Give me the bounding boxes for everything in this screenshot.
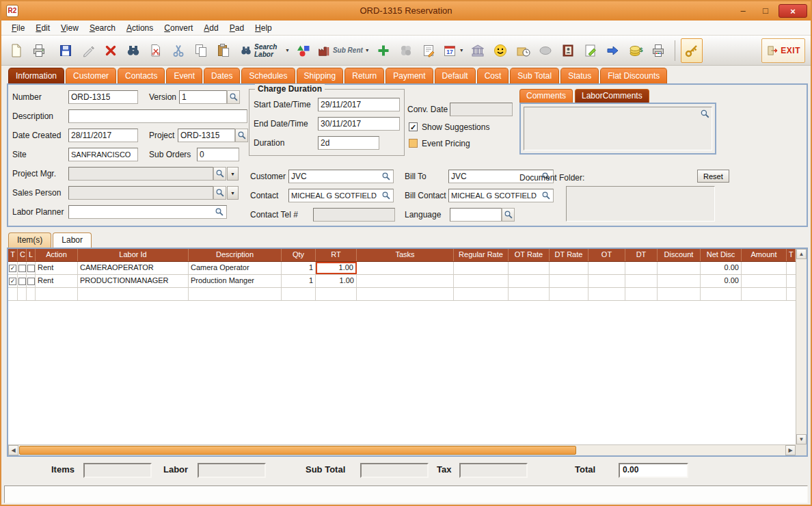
customer-lookup-icon[interactable] (381, 172, 391, 181)
number-field[interactable]: ORD-1315 (68, 90, 138, 104)
row2-l-checkbox[interactable] (27, 278, 35, 285)
labor-planner-lookup-icon[interactable] (215, 207, 224, 217)
vertical-scrollbar[interactable]: ▲ ▼ (796, 249, 807, 444)
menu-search[interactable]: Search (85, 22, 120, 34)
scroll-left-icon[interactable]: ◀ (8, 445, 18, 455)
sub-rent-dropdown-icon[interactable]: ▼ (365, 48, 370, 53)
tab-payment[interactable]: Payment (385, 68, 433, 83)
bill-contact-field[interactable]: MICHEAL G SCOTFIELD (448, 189, 554, 202)
tab-flat-discounts[interactable]: Flat Discounts (600, 68, 667, 83)
sales-person-field[interactable] (68, 186, 213, 200)
col-ot[interactable]: OT (588, 249, 625, 261)
tab-labor-comments[interactable]: LaborComments (575, 89, 649, 103)
menu-actions[interactable]: Actions (122, 22, 158, 34)
col-t2[interactable]: T (787, 249, 796, 261)
delete-button[interactable] (100, 38, 122, 63)
start-date-field[interactable]: 29/11/2017 (318, 98, 400, 111)
project-field[interactable]: ORD-1315 (178, 129, 235, 142)
find-button[interactable] (122, 38, 144, 63)
sub-orders-field[interactable]: 0 (197, 148, 239, 161)
tab-schedules[interactable]: Schedules (241, 68, 295, 83)
delivery-time-button[interactable] (512, 38, 534, 63)
save-button[interactable] (55, 38, 77, 63)
cut-special-button[interactable] (145, 38, 167, 63)
tab-return[interactable]: Return (344, 68, 384, 83)
calendar-dropdown-icon[interactable]: ▼ (459, 48, 464, 53)
tab-shipping[interactable]: Shipping (297, 68, 344, 83)
tab-default[interactable]: Default (435, 68, 476, 83)
conv-date-field[interactable] (450, 103, 513, 116)
document-folder-area[interactable] (566, 186, 715, 222)
tab-event[interactable]: Event (166, 68, 202, 83)
col-tasks[interactable]: Tasks (357, 249, 454, 261)
maximize-button[interactable]: □ (756, 4, 775, 18)
labor-row-1[interactable]: Rent CAMERAOPERATOR Camera Operator 1 1.… (8, 262, 796, 275)
tab-sub-total[interactable]: Sub Total (510, 68, 559, 83)
version-field[interactable]: 1 (179, 90, 227, 104)
contacts-button[interactable] (557, 38, 579, 63)
print-button[interactable] (28, 38, 50, 63)
contact-field[interactable]: MICHEAL G SCOTFIELD (288, 189, 394, 202)
project-mgr-field[interactable] (68, 167, 213, 181)
rt-cell-selected[interactable]: 1.00 (316, 262, 357, 274)
description-field[interactable] (68, 109, 247, 123)
tab-labor[interactable]: Labor (53, 232, 92, 248)
sales-person-dropdown-button[interactable]: ▼ (227, 186, 239, 200)
col-action[interactable]: Action (36, 249, 78, 261)
merge-button[interactable] (395, 38, 417, 63)
row2-c-checkbox[interactable] (18, 278, 26, 285)
project-mgr-lookup-button[interactable] (213, 167, 226, 181)
col-dt-rate[interactable]: DT Rate (550, 249, 588, 261)
project-mgr-dropdown-button[interactable]: ▼ (227, 167, 239, 181)
col-l[interactable]: L (27, 249, 36, 261)
smiley-button[interactable] (489, 38, 511, 63)
calendar-button[interactable]: 17▼ (440, 38, 466, 63)
site-field[interactable]: SANFRANCISCO (68, 148, 138, 161)
labor-comments-textarea[interactable] (524, 107, 712, 150)
language-field[interactable] (450, 208, 502, 222)
cut-button[interactable] (167, 38, 189, 63)
col-qty[interactable]: Qty (282, 249, 316, 261)
tab-customer[interactable]: Customer (66, 68, 116, 83)
export-button[interactable] (602, 38, 624, 63)
language-lookup-button[interactable] (502, 208, 515, 222)
menu-file[interactable]: File (7, 22, 29, 34)
labor-row-2[interactable]: Rent PRODUCTIONMANAGER Production Manger… (8, 275, 796, 288)
row2-t-checkbox[interactable] (9, 278, 16, 285)
col-c[interactable]: C (18, 249, 27, 261)
col-labor-id[interactable]: Labor Id (78, 249, 189, 261)
col-regular-rate[interactable]: Regular Rate (454, 249, 509, 261)
labor-planner-field[interactable] (68, 205, 227, 219)
copy-print-button[interactable] (647, 38, 669, 63)
col-rt[interactable]: RT (316, 249, 357, 261)
reset-button[interactable]: Reset (697, 170, 729, 183)
paste-button[interactable] (213, 38, 234, 63)
end-date-field[interactable]: 30/11/2017 (318, 117, 400, 131)
col-description[interactable]: Description (189, 249, 282, 261)
contact-lookup-icon[interactable] (381, 191, 391, 200)
row1-t-checkbox[interactable] (9, 265, 16, 272)
col-amount[interactable]: Amount (742, 249, 787, 261)
exit-button[interactable]: EXIT (761, 38, 805, 63)
col-ot-rate[interactable]: OT Rate (509, 249, 550, 261)
search-labor-button[interactable]: Search Labor▼ (238, 38, 292, 63)
tab-items[interactable]: Item(s) (8, 232, 51, 248)
shapes-button[interactable] (293, 38, 314, 63)
report-button[interactable] (467, 38, 489, 63)
sub-rent-button[interactable]: Sub Rent▼ (315, 38, 372, 63)
minimize-button[interactable]: – (733, 4, 753, 18)
menu-edit[interactable]: Edit (31, 22, 55, 34)
scroll-up-icon[interactable]: ▲ (796, 249, 807, 259)
scroll-right-icon[interactable]: ▶ (785, 445, 796, 455)
close-button[interactable]: × (779, 4, 807, 18)
show-suggestions-checkbox[interactable] (409, 122, 418, 131)
duration-field[interactable]: 2d (318, 136, 379, 150)
notes-button[interactable] (418, 38, 439, 63)
tab-comments[interactable]: Comments (519, 89, 573, 103)
menu-help[interactable]: Help (250, 22, 277, 34)
key-button[interactable] (681, 38, 703, 63)
tab-cost[interactable]: Cost (477, 68, 509, 83)
add-line-button[interactable] (373, 38, 394, 63)
billing-button[interactable]: $ (625, 38, 647, 63)
new-order-button[interactable] (5, 38, 27, 63)
